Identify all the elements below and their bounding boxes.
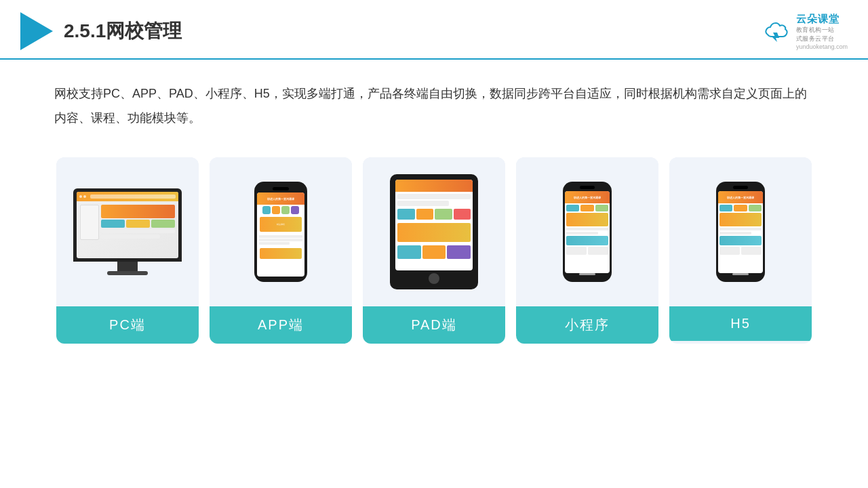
logo-sub-text2: 式服务云平台 xyxy=(796,35,835,43)
card-app-image: 职进人的第一堂沟通课 精品课程 xyxy=(210,157,352,306)
header: 2.5.1网校管理 云朵课堂 教育机构一站 式服务云平台 yunduoketan… xyxy=(0,0,868,60)
logo-main-text: 云朵课堂 xyxy=(796,13,840,26)
phone-row2 xyxy=(259,239,302,241)
screen-card1 xyxy=(101,220,125,228)
phone-frame-app: 职进人的第一堂沟通课 精品课程 xyxy=(254,182,307,282)
phone-screen-header: 职进人的第一堂沟通课 xyxy=(257,192,304,205)
phone-icon4 xyxy=(291,206,299,214)
logo-url: yunduoketang.com xyxy=(796,43,848,50)
card-app: 职进人的第一堂沟通课 精品课程 xyxy=(210,157,352,344)
mini-icon3 xyxy=(595,205,608,211)
tablet-icons xyxy=(397,209,471,220)
cloud-logo: 云朵课堂 教育机构一站 式服务云平台 yunduoketang.com xyxy=(757,13,848,50)
phone-banner: 精品课程 xyxy=(260,217,302,232)
h5-icon1 xyxy=(719,205,732,211)
tablet-icon2 xyxy=(416,209,434,220)
phone-h5-notch xyxy=(733,186,748,189)
phone-h5-home-line xyxy=(732,273,749,275)
screen-card2 xyxy=(126,220,150,228)
mini-row1 xyxy=(566,228,608,230)
card-miniprogram-image: 职进人的第一堂沟通课 xyxy=(516,157,658,306)
phone-banner-text: 精品课程 xyxy=(277,223,285,226)
tc1 xyxy=(397,245,421,259)
card-h5: 职进人的第一堂沟通课 xyxy=(669,157,812,344)
logo-sub-text: 教育机构一站 xyxy=(796,26,835,35)
phone-mini-notch xyxy=(580,186,595,189)
h5-body xyxy=(718,203,763,256)
screen-content xyxy=(77,201,178,243)
tablet-home-btn xyxy=(429,273,439,284)
hsc1 xyxy=(719,247,740,255)
card-pc: PC端 xyxy=(56,157,199,344)
screen-card3 xyxy=(151,220,175,228)
card-pc-image xyxy=(56,157,199,306)
mini-small-cards xyxy=(566,247,608,255)
monitor-screen-header xyxy=(77,192,178,201)
card-label-h5: H5 xyxy=(669,306,812,341)
h5-header-text: 职进人的第一堂沟通课 xyxy=(727,196,754,199)
tablet-icon4 xyxy=(454,209,471,220)
card-label-app: APP端 xyxy=(210,306,352,344)
header-right: 云朵课堂 教育机构一站 式服务云平台 yunduoketang.com xyxy=(757,13,848,50)
tablet-screen xyxy=(395,180,473,270)
screen-row2 xyxy=(101,235,160,239)
phone-icon3 xyxy=(281,206,290,214)
mini-row2 xyxy=(566,232,598,235)
tablet-row2 xyxy=(397,201,449,206)
msc1 xyxy=(566,247,587,255)
phone-mini-frame: 职进人的第一堂沟通课 xyxy=(563,182,612,282)
monitor-stand xyxy=(117,262,138,271)
card-label-pc: PC端 xyxy=(56,306,199,344)
h5-icon3 xyxy=(749,205,762,211)
card-pad: PAD端 xyxy=(363,157,505,344)
card-label-pad: PAD端 xyxy=(363,306,505,344)
h5-banner xyxy=(719,213,762,226)
screen-banner xyxy=(101,205,175,218)
tablet-frame xyxy=(390,174,478,289)
tablet-icon3 xyxy=(435,209,452,220)
card-label-miniprogram: 小程序 xyxy=(516,306,658,344)
screen-row1 xyxy=(101,229,175,233)
phone-mini-home-line xyxy=(579,273,595,275)
h5-row1 xyxy=(719,228,762,230)
phone-icon1 xyxy=(262,206,271,214)
tablet-header xyxy=(395,180,473,192)
mini-icon2 xyxy=(580,205,593,211)
msc2 xyxy=(588,247,608,255)
tablet-icon1 xyxy=(397,209,415,220)
card-pad-image xyxy=(363,157,505,306)
screen-dot2 xyxy=(83,195,86,198)
hsc2 xyxy=(741,247,762,255)
phone-promo-banner xyxy=(260,248,302,259)
phone-body: 精品课程 xyxy=(257,205,304,262)
tablet-row1 xyxy=(397,194,471,199)
screen-main xyxy=(101,205,175,240)
mini-icons-row xyxy=(566,205,608,211)
screen-sidebar xyxy=(80,205,99,240)
mini-card1 xyxy=(566,236,608,245)
description-text: 网校支持PC、APP、PAD、小程序、H5，实现多端打通，产品各终端自由切换，数… xyxy=(0,60,868,144)
header-left: 2.5.1网校管理 xyxy=(20,12,182,50)
monitor-screen xyxy=(77,192,178,258)
phone-mini-screen: 职进人的第一堂沟通课 xyxy=(565,191,610,273)
phone-h5-frame: 职进人的第一堂沟通课 xyxy=(716,182,765,282)
h5-row2 xyxy=(719,232,751,235)
monitor-frame xyxy=(73,188,182,262)
phone-icons-row xyxy=(258,206,303,214)
phone-row3 xyxy=(259,242,290,245)
tc3 xyxy=(447,245,471,259)
phone-header-text: 职进人的第一堂沟通课 xyxy=(259,197,302,201)
mini-body xyxy=(565,203,610,256)
h5-screen-header: 职进人的第一堂沟通课 xyxy=(718,191,763,203)
tablet-body xyxy=(395,192,473,261)
tablet-banner xyxy=(397,223,471,242)
monitor-base xyxy=(107,271,148,275)
h5-icon2 xyxy=(734,205,747,211)
h5-card1 xyxy=(719,236,762,245)
page-title: 2.5.1网校管理 xyxy=(64,18,182,44)
mini-header-text: 职进人的第一堂沟通课 xyxy=(574,196,601,199)
logo-triangle-icon xyxy=(20,12,53,50)
phone-screen-app: 职进人的第一堂沟通课 精品课程 xyxy=(257,192,304,277)
tablet-cards xyxy=(397,245,471,259)
phone-row1 xyxy=(259,235,302,238)
